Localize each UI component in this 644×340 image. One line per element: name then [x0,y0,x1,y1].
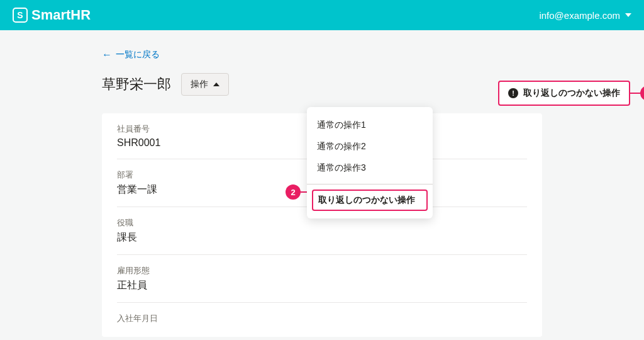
arrow-left-icon: ← [102,49,112,60]
field-label: 雇用形態 [117,265,527,276]
warning-icon: ! [508,88,518,98]
annotation-line-2 [301,191,307,193]
dropdown-item-normal-1[interactable]: 通常の操作1 [307,115,433,136]
action-dropdown-button[interactable]: 操作 [181,73,229,96]
field-value: 課長 [117,231,527,244]
action-button-label: 操作 [191,79,208,90]
field-label: 役職 [117,217,527,229]
logo[interactable]: S SmartHR [13,7,91,23]
logo-text: SmartHR [31,7,91,23]
field-hire-date: 入社年月日 [117,303,527,337]
page-title: 草野栄一郎 [102,75,171,94]
dropdown-item-danger[interactable]: 取り返しのつかない操作 [312,190,428,211]
logo-icon: S [13,8,28,23]
dropdown-divider [307,184,433,184]
annotation-line-1 [630,93,640,94]
dropdown-danger-section: 取り返しのつかない操作 [307,187,433,213]
main-container: ← 一覧に戻る 草野栄一郎 操作 通常の操作1 通常の操作2 通常の操作3 取り… [102,30,542,337]
danger-button[interactable]: ! 取り返しのつかない操作 [498,81,630,106]
caret-up-icon [213,82,219,86]
user-email: info@example.com [539,10,620,21]
chevron-down-icon [625,13,631,17]
field-employment-type: 雇用形態 正社員 [117,255,527,303]
back-link-label: 一覧に戻る [116,49,160,60]
dropdown-item-normal-2[interactable]: 通常の操作2 [307,136,433,157]
action-dropdown-menu: 通常の操作1 通常の操作2 通常の操作3 取り返しのつかない操作 [307,107,433,218]
app-header: S SmartHR info@example.com [0,0,644,30]
annotation-badge-2: 2 [286,184,301,200]
danger-button-label: 取り返しのつかない操作 [523,88,620,99]
field-value: 正社員 [117,279,527,292]
dropdown-item-normal-3[interactable]: 通常の操作3 [307,157,433,179]
back-link[interactable]: ← 一覧に戻る [102,49,160,60]
field-label: 入社年月日 [117,313,527,324]
title-row: 草野栄一郎 操作 [102,73,542,96]
user-menu[interactable]: info@example.com [539,10,631,21]
dropdown-normal-section: 通常の操作1 通常の操作2 通常の操作3 [307,112,433,181]
annotation-badge-1: 1 [640,86,644,101]
